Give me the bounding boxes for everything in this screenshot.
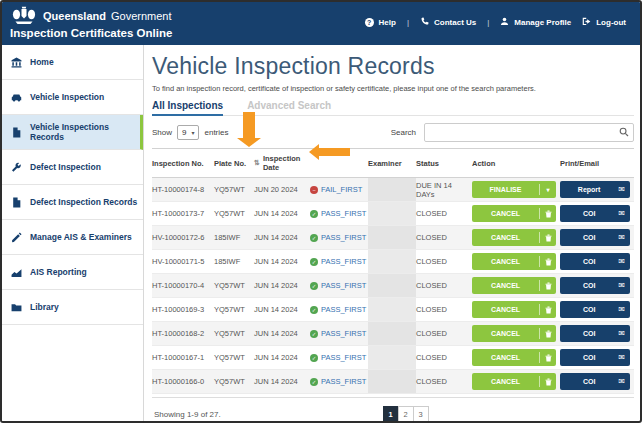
print-report-button[interactable]: Report✉ <box>560 181 630 198</box>
cell-examiner <box>368 250 416 273</box>
cell-print-email: COI✉ <box>560 325 634 342</box>
nav-log-out[interactable]: Log-out <box>582 17 626 28</box>
result-link[interactable]: ✓PASS_FIRST <box>310 257 368 266</box>
annotation-arrow-left-head <box>309 144 319 160</box>
column-header-status[interactable]: Status <box>416 159 472 168</box>
result-link[interactable]: ✓PASS_FIRST <box>310 305 368 314</box>
column-header-examiner[interactable]: Examiner <box>368 159 416 168</box>
tab-all-inspections[interactable]: All Inspections <box>152 100 223 116</box>
search-input[interactable] <box>424 123 634 142</box>
print-coi-button[interactable]: COI✉ <box>560 349 630 366</box>
column-header-action[interactable]: Action <box>472 159 560 168</box>
cell-status: CLOSED <box>416 233 472 242</box>
print-coi-button[interactable]: COI✉ <box>560 253 630 270</box>
finalise-dropdown-caret[interactable]: ▾ <box>540 186 556 193</box>
result-link[interactable]: −FAIL_FIRST <box>310 185 368 194</box>
print-coi-button[interactable]: COI✉ <box>560 373 630 390</box>
result-link[interactable]: ✓PASS_FIRST <box>310 209 368 218</box>
tab-advanced-search[interactable]: Advanced Search <box>247 100 331 115</box>
trash-icon[interactable] <box>540 330 556 338</box>
person-icon <box>500 17 509 28</box>
cell-inspection-date: JUN 14 2024 <box>254 353 310 362</box>
cancel-button[interactable]: CANCEL <box>472 301 556 318</box>
pass-icon: ✓ <box>310 234 318 242</box>
table-footer: Showing 1-9 of 27. 123 <box>152 397 634 423</box>
main-content: Vehicle Inspection Records To find an in… <box>144 45 640 421</box>
print-coi-button[interactable]: COI✉ <box>560 325 630 342</box>
print-coi-button[interactable]: COI✉ <box>560 277 630 294</box>
result-link[interactable]: ✓PASS_FIRST <box>310 377 368 386</box>
column-header-inspection-date[interactable]: ⇅Inspection Date <box>254 154 310 172</box>
nav-manage-profile[interactable]: Manage Profile <box>500 17 571 28</box>
cell-examiner <box>368 202 416 225</box>
cell-inspection-date: JUN 14 2024 <box>254 257 310 266</box>
pass-icon: ✓ <box>310 210 318 218</box>
cell-inspection-date: JUN 14 2024 <box>254 233 310 242</box>
column-header-plate-no[interactable]: Plate No. <box>214 159 254 168</box>
print-coi-button[interactable]: COI✉ <box>560 205 630 222</box>
pass-icon: ✓ <box>310 258 318 266</box>
result-link[interactable]: ✓PASS_FIRST <box>310 353 368 362</box>
logout-icon <box>582 17 591 28</box>
page-button-2[interactable]: 2 <box>398 406 414 422</box>
result-link[interactable]: ✓PASS_FIRST <box>310 233 368 242</box>
page-button-1[interactable]: 1 <box>383 406 399 422</box>
annotation-arrow-down-head <box>237 138 261 147</box>
column-header-print-email[interactable]: Print/Email <box>560 159 634 168</box>
cell-action: CANCEL <box>472 373 560 390</box>
cancel-button[interactable]: CANCEL <box>472 373 556 390</box>
table-row: HT-10000166-0YQ57WTJUN 14 2024✓PASS_FIRS… <box>152 370 634 394</box>
result-link[interactable]: ✓PASS_FIRST <box>310 281 368 290</box>
cancel-button[interactable]: CANCEL <box>472 349 556 366</box>
cell-status: CLOSED <box>416 329 472 338</box>
column-header-inspection-no[interactable]: Inspection No. <box>152 159 214 168</box>
action-button-label: CANCEL <box>472 234 539 241</box>
sidebar-item-library[interactable]: Library <box>2 290 143 325</box>
column-header-label: Inspection Date <box>263 154 310 172</box>
trash-icon[interactable] <box>540 354 556 362</box>
cancel-button[interactable]: CANCEL <box>472 277 556 294</box>
sidebar-item-defect-inspection-records[interactable]: Defect Inspection Records <box>2 185 143 220</box>
cell-plate-no: YQ57WT <box>214 281 254 290</box>
cell-inspection-no: HT-10000169-3 <box>152 305 214 314</box>
finalise-button[interactable]: FINALISE▾ <box>472 181 556 198</box>
pass-icon: ✓ <box>310 306 318 314</box>
trash-icon[interactable] <box>540 234 556 242</box>
sidebar-item-defect-inspection[interactable]: Defect Inspection <box>2 150 143 185</box>
print-coi-button[interactable]: COI✉ <box>560 301 630 318</box>
trash-icon[interactable] <box>540 378 556 386</box>
cancel-button[interactable]: CANCEL <box>472 205 556 222</box>
table-header: Inspection No.Plate No.⇅Inspection DateE… <box>152 148 634 178</box>
search-icon[interactable] <box>619 127 629 139</box>
page-button-3[interactable]: 3 <box>413 406 429 422</box>
sidebar-item-vehicle-inspection[interactable]: Vehicle Inspection <box>2 80 143 115</box>
trash-icon[interactable] <box>540 282 556 290</box>
nav-help[interactable]: ?Help <box>365 18 396 27</box>
sidebar: HomeVehicle InspectionVehicle Inspection… <box>2 45 144 421</box>
result-label: PASS_FIRST <box>321 329 366 338</box>
trash-icon[interactable] <box>540 306 556 314</box>
cell-inspection-no: HV-10000171-5 <box>152 257 214 266</box>
print-coi-button[interactable]: COI✉ <box>560 229 630 246</box>
cancel-button[interactable]: CANCEL <box>472 253 556 270</box>
nav-label: Help <box>379 18 396 27</box>
cell-status: CLOSED <box>416 209 472 218</box>
cancel-button[interactable]: CANCEL <box>472 325 556 342</box>
nav-contact-us[interactable]: Contact Us <box>420 17 476 28</box>
cancel-button[interactable]: CANCEL <box>472 229 556 246</box>
sidebar-item-vehicle-inspections-records[interactable]: Vehicle Inspections Records <box>2 115 143 150</box>
table-body: HT-10000174-8YQ57WTJUN 20 2024−FAIL_FIRS… <box>152 178 634 394</box>
cell-inspection-date: JUN 14 2024 <box>254 377 310 386</box>
result-link[interactable]: ✓PASS_FIRST <box>310 329 368 338</box>
trash-icon[interactable] <box>540 210 556 218</box>
table-controls: Show 9 ▾ entries Search <box>152 123 634 142</box>
result-label: PASS_FIRST <box>321 233 366 242</box>
sidebar-item-home[interactable]: Home <box>2 45 143 80</box>
sidebar-item-manage-ais-examiners[interactable]: Manage AIS & Examiners <box>2 220 143 255</box>
cell-action: CANCEL <box>472 253 560 270</box>
chart-icon <box>11 267 22 278</box>
trash-icon[interactable] <box>540 258 556 266</box>
sidebar-item-ais-reporting[interactable]: AIS Reporting <box>2 255 143 290</box>
print-button-label: COI <box>560 282 618 289</box>
entries-select[interactable]: 9 ▾ <box>177 125 199 140</box>
